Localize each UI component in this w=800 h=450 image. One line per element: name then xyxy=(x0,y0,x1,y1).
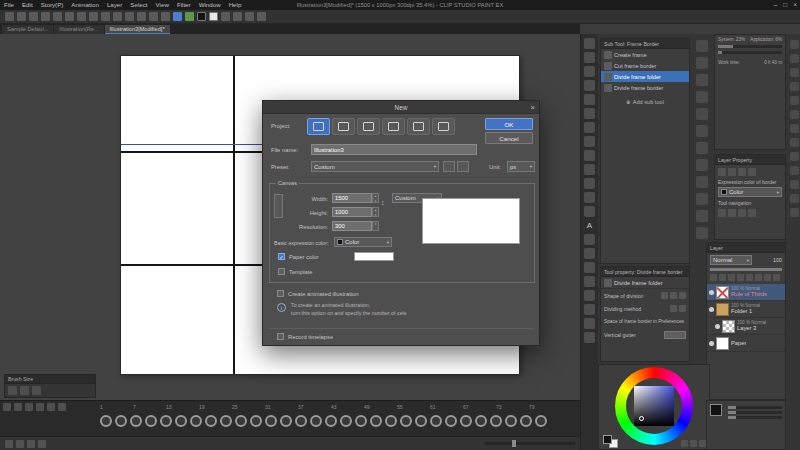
layer-row-folder-1[interactable]: 100 % Normal Folder 1 xyxy=(707,301,785,318)
toolbar-icon[interactable] xyxy=(125,12,134,21)
width-input[interactable] xyxy=(332,193,372,203)
add-subtool-button[interactable]: ⊕ Add sub tool xyxy=(601,99,689,105)
subtool-item-divide-frame-border[interactable]: Divide frame border xyxy=(601,82,689,93)
timeline-frame-dot[interactable] xyxy=(415,415,427,427)
tool-navigation-icon[interactable] xyxy=(728,209,736,217)
toolbar-icon[interactable] xyxy=(233,12,242,21)
menu-item[interactable]: Window xyxy=(195,0,225,10)
timeline-frame-dot[interactable] xyxy=(520,415,532,427)
saturation-value-square[interactable] xyxy=(634,386,674,426)
file-name-input[interactable] xyxy=(311,144,477,155)
timeline-frame-dot[interactable] xyxy=(115,415,127,427)
timeline-frame-dot[interactable] xyxy=(505,415,517,427)
menu-item[interactable]: Help xyxy=(225,0,246,10)
layer-toolbar-icon[interactable] xyxy=(719,274,726,281)
tool-icon[interactable] xyxy=(584,206,595,217)
background-color-icon[interactable] xyxy=(209,12,218,21)
workspace-selector[interactable]: Sample Defaul... xyxy=(2,25,53,34)
shape-option-icon[interactable] xyxy=(670,292,677,299)
layer-toolbar-icon[interactable] xyxy=(710,274,717,281)
brush-size-item[interactable] xyxy=(32,386,41,395)
timeline-frame-dot[interactable] xyxy=(145,415,157,427)
timeline-frame-dot[interactable] xyxy=(385,415,397,427)
statusbar-icon[interactable] xyxy=(27,440,35,448)
edge-tab-icon[interactable] xyxy=(790,166,799,175)
palette-tab-icon[interactable] xyxy=(696,108,708,120)
timeline-frame-dot[interactable] xyxy=(190,415,202,427)
record-timelapse-checkbox[interactable] xyxy=(277,333,284,340)
timeline-control-icon[interactable] xyxy=(58,403,66,411)
timeline-frame-dot[interactable] xyxy=(370,415,382,427)
timeline-frame-dot[interactable] xyxy=(130,415,142,427)
edge-tab-icon[interactable] xyxy=(790,68,799,77)
timeline-frame-dot[interactable] xyxy=(295,415,307,427)
timeline-frame-dot[interactable] xyxy=(340,415,352,427)
eye-icon[interactable] xyxy=(709,341,714,346)
tool-icon[interactable] xyxy=(584,108,595,119)
timeline-frame-dot[interactable] xyxy=(100,415,112,427)
basic-expression-dropdown[interactable]: Color ▾ xyxy=(334,237,392,247)
paper-color-swatch[interactable] xyxy=(354,252,394,261)
maximize-button[interactable]: □ xyxy=(783,0,787,10)
menu-item[interactable]: Select xyxy=(126,0,151,10)
timeline-frame-dot[interactable] xyxy=(250,415,262,427)
zoom-slider[interactable] xyxy=(485,442,575,445)
tool-icon[interactable] xyxy=(584,192,595,203)
timeline-frame-dot[interactable] xyxy=(220,415,232,427)
tool-icon[interactable] xyxy=(584,178,595,189)
edge-tab-icon[interactable] xyxy=(790,54,799,63)
menu-item[interactable]: View xyxy=(152,0,173,10)
tool-icon[interactable] xyxy=(584,290,595,301)
toolbar-icon[interactable] xyxy=(161,12,170,21)
toolbar-icon[interactable] xyxy=(77,12,86,21)
edge-tab-icon[interactable] xyxy=(790,110,799,119)
tool-icon[interactable] xyxy=(584,94,595,105)
timeline-frame-dot[interactable] xyxy=(535,415,547,427)
layer-effect-icon[interactable] xyxy=(728,168,736,176)
tool-icon[interactable] xyxy=(584,262,595,273)
color-slider[interactable] xyxy=(728,406,782,409)
timeline-frame-dot[interactable] xyxy=(490,415,502,427)
toolbar-icon[interactable] xyxy=(89,12,98,21)
layer-effect-icon[interactable] xyxy=(718,168,726,176)
frame-border-space-row[interactable]: Space of frame border in Preferences xyxy=(601,315,689,328)
color-mode-icon[interactable] xyxy=(690,440,697,447)
palette-tab-icon[interactable] xyxy=(696,176,708,188)
subtool-item-divide-frame-folder[interactable]: Divide frame folder xyxy=(601,71,689,82)
toolbar-icon[interactable] xyxy=(65,12,74,21)
timeline-frame-dot[interactable] xyxy=(475,415,487,427)
toolbar-icon[interactable] xyxy=(53,12,62,21)
timeline-control-icon[interactable] xyxy=(3,403,11,411)
paper-color-checkbox[interactable]: ✓ xyxy=(278,253,285,260)
selection-mode-icon[interactable] xyxy=(173,12,182,21)
menu-item[interactable]: Layer xyxy=(103,0,126,10)
width-stepper[interactable]: ▴▾ xyxy=(372,193,379,203)
toolbar-icon[interactable] xyxy=(17,12,26,21)
layer-effect-icon[interactable] xyxy=(748,168,756,176)
shape-option-icon[interactable] xyxy=(679,292,686,299)
timeline-control-icon[interactable] xyxy=(25,403,33,411)
project-illustration-button[interactable] xyxy=(307,118,330,135)
palette-tab-icon[interactable] xyxy=(696,227,708,239)
timeline-frame-dot[interactable] xyxy=(325,415,337,427)
text-tool-icon[interactable]: A xyxy=(584,220,595,231)
foreground-color-icon[interactable] xyxy=(197,12,206,21)
zoom-slider-knob[interactable] xyxy=(512,440,516,447)
minimize-button[interactable]: – xyxy=(774,0,778,10)
timeline-frame-dot[interactable] xyxy=(310,415,322,427)
tool-icon[interactable] xyxy=(584,164,595,175)
current-color-swatch[interactable] xyxy=(710,404,722,416)
menu-item[interactable]: Edit xyxy=(18,0,37,10)
timeline-frame-dot[interactable] xyxy=(265,415,277,427)
tool-icon[interactable] xyxy=(584,80,595,91)
toolbar-icon[interactable] xyxy=(245,12,254,21)
tool-icon[interactable] xyxy=(584,276,595,287)
height-input[interactable] xyxy=(332,207,372,217)
snap-mode-icon[interactable] xyxy=(185,12,194,21)
timeline-frame-dot[interactable] xyxy=(160,415,172,427)
edge-tab-icon[interactable] xyxy=(790,194,799,203)
layer-toolbar-icon[interactable] xyxy=(755,274,762,281)
foreground-color-swatch[interactable] xyxy=(603,435,612,444)
tool-icon[interactable] xyxy=(584,150,595,161)
layer-effect-icon[interactable] xyxy=(738,168,746,176)
